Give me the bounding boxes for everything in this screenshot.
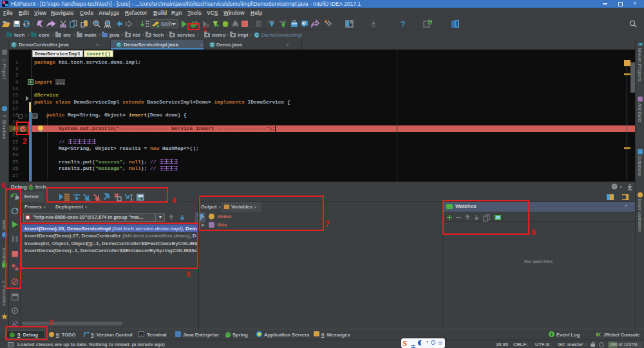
svg-text:?: ? xyxy=(401,20,405,29)
svg-text:tech: tech xyxy=(161,21,172,27)
